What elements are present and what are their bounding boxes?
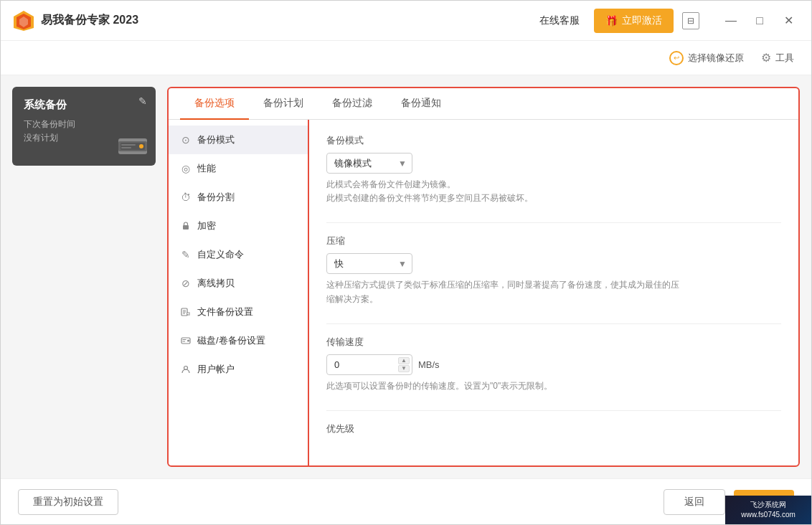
menu-item-performance[interactable]: ◎ 性能: [169, 154, 308, 183]
watermark-line1: 飞沙系统网: [741, 500, 796, 510]
gear-icon: ⚙: [761, 51, 771, 65]
menu-item-label: 性能: [197, 162, 216, 175]
activate-icon: 🎁: [605, 15, 618, 27]
menu-item-backup-split[interactable]: ⏱ 备份分割: [169, 183, 308, 212]
settings-area: 备份模式 镜像模式 文件模式 ▼ 此模式会将备份文件创建为镜像。 此模式创建的备…: [309, 120, 798, 465]
activate-label: 立即激活: [622, 14, 662, 27]
spin-down-button[interactable]: ▼: [398, 365, 410, 372]
restore-icon: ↩: [669, 51, 684, 65]
speed-spinners: ▲ ▼: [398, 357, 410, 372]
next-backup-label: 下次备份时间: [24, 118, 144, 131]
menu-item-file-backup[interactable]: 文件备份设置: [169, 298, 308, 326]
menu-item-backup-mode[interactable]: ⊙ 备份模式: [169, 126, 308, 154]
priority-label: 优先级: [326, 422, 781, 435]
tab-content: ⊙ 备份模式 ◎ 性能 ⏱ 备份分割 加密: [169, 120, 798, 465]
divider-1: [326, 222, 781, 223]
menu-item-label: 自定义命令: [197, 248, 244, 261]
menu-item-label: 备份模式: [197, 133, 235, 146]
disk-icon: [180, 335, 192, 346]
menu-item-label: 磁盘/卷备份设置: [197, 334, 265, 347]
app-window: 易我备份专家 2023 在线客服 🎁 立即激活 ⊟ — □ ✕ ↩ 选择镜像还原: [0, 0, 812, 525]
back-button[interactable]: 返回: [664, 489, 725, 515]
menu-item-user-account[interactable]: 用户帐户: [169, 355, 308, 384]
watermark: 飞沙系统网 www.fs0745.com: [725, 496, 811, 524]
menu-item-label: 加密: [197, 219, 216, 232]
tab-backup-plan[interactable]: 备份计划: [249, 88, 318, 120]
svg-rect-9: [183, 225, 189, 230]
backup-mode-desc2: 此模式创建的备份文件将节约更多空间且不易被破坏。: [326, 191, 685, 205]
watermark-line2: www.fs0745.com: [741, 510, 796, 520]
spin-up-button[interactable]: ▲: [398, 357, 410, 364]
user-icon: [180, 364, 192, 375]
compression-desc: 这种压缩方式提供了类似于标准压缩的压缩率，同时显著提高了备份速度，使其成为最佳的…: [326, 278, 685, 306]
file-backup-icon: [180, 306, 192, 318]
backup-mode-label: 备份模式: [326, 134, 781, 147]
reset-button[interactable]: 重置为初始设置: [18, 489, 118, 515]
backup-mode-group: 备份模式 镜像模式 文件模式 ▼ 此模式会将备份文件创建为镜像。 此模式创建的备…: [326, 134, 781, 205]
logo-icon: [12, 9, 35, 32]
edit-icon[interactable]: ✎: [138, 95, 147, 107]
bottom-bar: 重置为初始设置 返回 确定: [1, 478, 811, 524]
compression-select-wrapper: 无 快 普通 高 ▼: [326, 253, 412, 274]
titlebar: 易我备份专家 2023 在线客服 🎁 立即激活 ⊟ — □ ✕: [1, 1, 811, 41]
lock-icon: [180, 220, 192, 232]
main-content: ✎ 系统备份 下次备份时间 没有计划: [1, 75, 811, 478]
sidebar: ✎ 系统备份 下次备份时间 没有计划: [12, 87, 156, 467]
toolbar: ↩ 选择镜像还原 ⚙ 工具: [1, 41, 811, 75]
compression-group: 压缩 无 快 普通 高 ▼ 这种压缩方式提供了类似于标准压缩的压缩率，同时显著提…: [326, 235, 781, 306]
menu-item-offline-copy[interactable]: ⊘ 离线拷贝: [169, 269, 308, 298]
checkbox-icon: ⊟: [687, 16, 694, 26]
restore-button[interactable]: ↩ 选择镜像还原: [669, 51, 744, 65]
divider-2: [326, 323, 781, 324]
speed-unit: MB/s: [418, 359, 440, 370]
tabs-bar: 备份选项 备份计划 备份过滤 备份通知: [169, 88, 798, 120]
online-service-button[interactable]: 在线客服: [534, 11, 585, 30]
close-button[interactable]: ✕: [777, 9, 800, 32]
restore-label: 选择镜像还原: [688, 52, 744, 65]
menu-item-label: 离线拷贝: [197, 277, 235, 290]
backup-card-title: 系统备份: [24, 98, 144, 112]
backup-mode-select[interactable]: 镜像模式 文件模式: [326, 153, 412, 174]
svg-rect-8: [121, 147, 131, 148]
watermark-text: 飞沙系统网 www.fs0745.com: [741, 500, 796, 520]
backup-mode-icon: ⊙: [180, 134, 192, 146]
right-panel: 备份选项 备份计划 备份过滤 备份通知 ⊙ 备份模式: [167, 87, 800, 467]
tab-backup-filter[interactable]: 备份过滤: [318, 88, 387, 120]
priority-group: 优先级: [326, 422, 781, 435]
svg-point-6: [139, 144, 143, 148]
transfer-speed-label: 传输速度: [326, 336, 781, 349]
system-backup-card: ✎ 系统备份 下次备份时间 没有计划: [12, 87, 156, 166]
offline-icon: ⊘: [180, 278, 192, 289]
compression-label: 压缩: [326, 235, 781, 247]
tab-backup-options[interactable]: 备份选项: [180, 88, 249, 120]
activate-button[interactable]: 🎁 立即激活: [594, 9, 674, 33]
speed-input-box: ▲ ▼: [326, 354, 412, 375]
tools-button[interactable]: ⚙ 工具: [761, 51, 794, 65]
app-logo: 易我备份专家 2023: [12, 9, 138, 32]
menu-item-encrypt[interactable]: 加密: [169, 212, 308, 240]
backup-mode-desc: 此模式会将备份文件创建为镜像。 此模式创建的备份文件将节约更多空间且不易被破坏。: [326, 178, 685, 205]
menu-item-custom-cmd[interactable]: ✎ 自定义命令: [169, 240, 308, 269]
tools-label: 工具: [775, 52, 794, 65]
restore-checkbox-ctrl[interactable]: ⊟: [682, 12, 699, 29]
drive-icon: [117, 133, 148, 159]
transfer-speed-group: 传输速度 ▲ ▼ MB/s 此选项可以设置备份时的传输速度。设: [326, 336, 781, 393]
menu-item-label: 文件备份设置: [197, 306, 253, 318]
maximize-button[interactable]: □: [748, 9, 771, 32]
window-controls: — □ ✕: [719, 9, 800, 32]
menu-item-label: 备份分割: [197, 191, 235, 204]
minimize-button[interactable]: —: [719, 9, 742, 32]
transfer-speed-desc: 此选项可以设置备份时的传输速度。设置为"0"表示无限制。: [326, 379, 685, 393]
left-menu: ⊙ 备份模式 ◎ 性能 ⏱ 备份分割 加密: [169, 120, 309, 465]
compression-select[interactable]: 无 快 普通 高: [326, 253, 412, 274]
edit-cmd-icon: ✎: [180, 249, 192, 260]
svg-point-16: [187, 340, 189, 342]
app-title: 易我备份专家 2023: [41, 13, 138, 28]
menu-item-disk-backup[interactable]: 磁盘/卷备份设置: [169, 326, 308, 355]
svg-rect-7: [121, 144, 136, 146]
tab-backup-notify[interactable]: 备份通知: [387, 88, 455, 120]
menu-item-label: 用户帐户: [197, 363, 235, 376]
speed-input-wrapper: ▲ ▼ MB/s: [326, 354, 781, 375]
split-icon: ⏱: [180, 191, 192, 203]
backup-mode-select-wrapper: 镜像模式 文件模式 ▼: [326, 153, 412, 174]
